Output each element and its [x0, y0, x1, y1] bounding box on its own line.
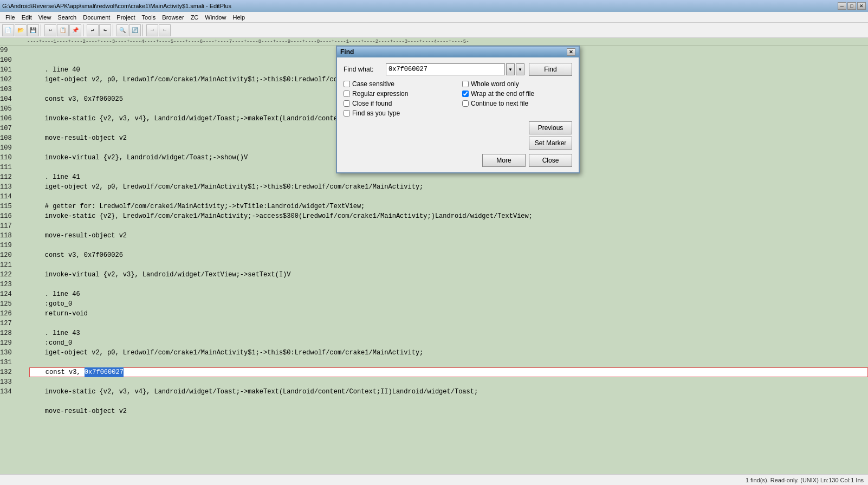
wrap-option[interactable]: Wrap at the end of file	[462, 90, 572, 98]
code-line[interactable]	[29, 319, 868, 328]
code-line[interactable]	[29, 260, 868, 270]
continue-checkbox[interactable]	[462, 100, 469, 107]
line-number: 104	[0, 94, 23, 104]
code-line[interactable]	[29, 397, 868, 406]
set-marker-button[interactable]: Set Marker	[529, 137, 572, 150]
selected-text: 0x7f060027	[85, 367, 124, 377]
find-dropdown-button[interactable]: ▼	[506, 63, 515, 75]
close-if-found-checkbox[interactable]	[344, 100, 350, 107]
menu-window[interactable]: Window	[202, 13, 229, 22]
regex-checkbox[interactable]	[344, 90, 350, 97]
find-as-type-checkbox[interactable]	[344, 110, 350, 117]
new-button[interactable]: 📄	[2, 24, 14, 36]
line-number: 110	[0, 153, 23, 163]
close-button[interactable]: ✕	[857, 2, 866, 10]
menu-document[interactable]: Document	[80, 13, 113, 22]
menu-browser[interactable]: Browser	[159, 13, 187, 22]
replace-button[interactable]: 🔄	[129, 24, 141, 36]
find-dialog-close-button[interactable]: ✕	[567, 48, 575, 56]
more-button[interactable]: More	[482, 154, 526, 167]
code-line[interactable]: # getter for: Lredwolf/com/crake1/MainAc…	[29, 202, 868, 211]
code-line[interactable]: move-result-object v2	[29, 406, 868, 416]
find-options-button[interactable]: ▼	[516, 63, 524, 75]
code-line[interactable]: return-void	[29, 309, 868, 319]
line-numbers: 9910010110210310410510610710810911011111…	[0, 46, 27, 474]
code-line[interactable]: invoke-virtual {v2, v3}, Landroid/widget…	[29, 270, 868, 280]
menu-search[interactable]: Search	[54, 13, 80, 22]
menu-tools[interactable]: Tools	[139, 13, 159, 22]
find-checkboxes: Case sensitive Whole word only Regular e…	[344, 80, 572, 117]
title-bar-controls: ─ □ ✕	[838, 2, 866, 10]
code-line[interactable]: const v3, 0x7f060027	[29, 367, 868, 377]
menu-bar: File Edit View Search Document Project T…	[0, 12, 868, 23]
wrap-checkbox[interactable]	[462, 90, 469, 97]
menu-edit[interactable]: Edit	[18, 13, 35, 22]
undo-button[interactable]: ↩	[87, 24, 99, 36]
line-number: 121	[0, 260, 23, 270]
toolbar-separator-1	[41, 24, 43, 36]
code-line[interactable]: iget-object v2, p0, Lredwolf/com/crake1/…	[29, 182, 868, 192]
line-number: 131	[0, 358, 23, 367]
line-number: 118	[0, 231, 23, 241]
code-line[interactable]: :cond_0	[29, 338, 868, 348]
menu-file[interactable]: File	[2, 13, 18, 22]
save-button[interactable]: 💾	[27, 24, 39, 36]
paste-button[interactable]: 📌	[69, 24, 81, 36]
line-number: 129	[0, 338, 23, 348]
code-line[interactable]: iget-object v2, p0, Lredwolf/com/crake1/…	[29, 348, 868, 358]
line-number: 124	[0, 289, 23, 299]
code-line[interactable]	[29, 377, 868, 387]
previous-button[interactable]: Previous	[529, 121, 572, 134]
indent-button[interactable]: →	[146, 24, 158, 36]
line-number: 123	[0, 280, 23, 289]
line-number: 128	[0, 328, 23, 338]
find-what-input[interactable]	[386, 63, 505, 75]
find-dialog-title-bar[interactable]: Find ✕	[337, 47, 579, 57]
toolbar-separator-4	[142, 24, 145, 36]
find-as-type-option[interactable]: Find as you type	[344, 109, 454, 117]
code-line[interactable]: const v3, 0x7f060026	[29, 250, 868, 260]
code-line[interactable]	[29, 241, 868, 250]
code-line[interactable]: invoke-static {v2}, Lredwolf/com/crake1/…	[29, 211, 868, 221]
code-line[interactable]: . line 46	[29, 289, 868, 299]
find-button-dialog[interactable]: Find	[529, 63, 572, 76]
code-line[interactable]	[29, 192, 868, 202]
line-number: 109	[0, 143, 23, 153]
line-number: 120	[0, 250, 23, 260]
cut-button[interactable]: ✂	[44, 24, 56, 36]
code-line[interactable]	[29, 280, 868, 289]
code-line[interactable]: . line 41	[29, 172, 868, 182]
find-what-row: Find what: ▼ ▼ Find	[344, 63, 572, 76]
line-number: 99	[0, 46, 23, 55]
close-dialog-button[interactable]: Close	[529, 154, 572, 167]
copy-button[interactable]: 📋	[57, 24, 69, 36]
outdent-button[interactable]: ←	[159, 24, 171, 36]
continue-option[interactable]: Continue to next file	[462, 100, 572, 107]
find-button[interactable]: 🔍	[116, 24, 128, 36]
redo-button[interactable]: ↪	[99, 24, 111, 36]
continue-label: Continue to next file	[471, 100, 528, 107]
menu-zc[interactable]: ZC	[187, 13, 202, 22]
close-if-found-option[interactable]: Close if found	[344, 100, 454, 107]
code-line[interactable]	[29, 358, 868, 367]
whole-word-option[interactable]: Whole word only	[462, 80, 572, 88]
menu-project[interactable]: Project	[113, 13, 138, 22]
regex-option[interactable]: Regular expression	[344, 90, 454, 98]
code-line[interactable]: move-result-object v2	[29, 231, 868, 241]
open-button[interactable]: 📂	[15, 24, 27, 36]
menu-help[interactable]: Help	[229, 13, 248, 22]
line-number: 101	[0, 65, 23, 75]
line-number: 126	[0, 309, 23, 319]
code-line[interactable]	[29, 221, 868, 231]
whole-word-checkbox[interactable]	[462, 81, 469, 87]
code-line[interactable]: :goto_0	[29, 299, 868, 309]
code-line[interactable]: . line 43	[29, 328, 868, 338]
code-line[interactable]: invoke-static {v2, v3, v4}, Landroid/wid…	[29, 387, 868, 397]
case-sensitive-checkbox[interactable]	[344, 81, 350, 87]
menu-view[interactable]: View	[35, 13, 55, 22]
minimize-button[interactable]: ─	[838, 2, 846, 10]
line-number: 125	[0, 299, 23, 309]
case-sensitive-option[interactable]: Case sensitive	[344, 80, 454, 88]
toolbar: 📄 📂 💾 ✂ 📋 📌 ↩ ↪ 🔍 🔄 → ←	[0, 23, 868, 38]
maximize-button[interactable]: □	[847, 2, 856, 10]
